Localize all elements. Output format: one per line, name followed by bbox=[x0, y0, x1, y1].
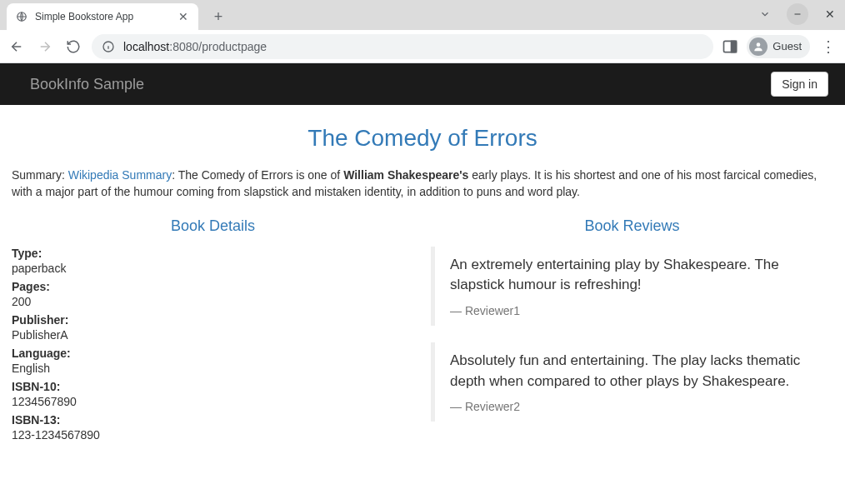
wikipedia-link[interactable]: Wikipedia Summary bbox=[68, 168, 172, 182]
detail-value: PublisherA bbox=[12, 328, 414, 342]
tab-title: Simple Bookstore App bbox=[35, 11, 170, 22]
svg-point-10 bbox=[757, 42, 761, 47]
address-bar[interactable]: localhost:8080/productpage bbox=[92, 34, 713, 59]
new-tab-button[interactable]: + bbox=[207, 5, 230, 28]
url-host: localhost bbox=[123, 40, 169, 53]
browser-tab-strip: Simple Bookstore App ✕ + ✕ bbox=[0, 0, 845, 30]
page-title: The Comedy of Errors bbox=[12, 125, 833, 152]
book-reviews-heading: Book Reviews bbox=[431, 217, 833, 235]
forward-button[interactable] bbox=[35, 37, 55, 57]
detail-value: paperback bbox=[12, 262, 414, 275]
minimize-button[interactable] bbox=[787, 3, 808, 25]
avatar-icon bbox=[749, 37, 768, 56]
close-icon[interactable]: ✕ bbox=[177, 10, 190, 23]
url-text: localhost:8080/productpage bbox=[123, 40, 267, 53]
globe-icon bbox=[15, 10, 28, 23]
window-close-button[interactable]: ✕ bbox=[820, 4, 840, 24]
review-item: Absolutely fun and entertaining. The pla… bbox=[431, 342, 833, 422]
detail-value: 1234567890 bbox=[12, 395, 414, 408]
detail-label: Publisher: bbox=[12, 313, 414, 327]
kebab-menu-icon[interactable]: ⋮ bbox=[818, 37, 838, 57]
reload-button[interactable] bbox=[63, 37, 83, 57]
svg-rect-9 bbox=[732, 41, 737, 52]
detail-label: ISBN-13: bbox=[12, 413, 414, 427]
app-navbar: BookInfo Sample Sign in bbox=[0, 63, 845, 105]
review-text: An extremely entertaining play by Shakes… bbox=[450, 255, 818, 296]
book-reviews-column: Book Reviews An extremely entertaining p… bbox=[431, 217, 833, 443]
detail-label: ISBN-10: bbox=[12, 380, 414, 393]
review-text: Absolutely fun and entertaining. The pla… bbox=[450, 351, 818, 392]
window-controls: ✕ bbox=[755, 3, 840, 25]
review-author: Reviewer1 bbox=[450, 304, 818, 317]
side-panel-icon[interactable] bbox=[722, 38, 738, 55]
summary-author: William Shakespeare's bbox=[343, 168, 468, 182]
brand-title[interactable]: BookInfo Sample bbox=[30, 76, 144, 93]
book-details-column: Book Details Type: paperback Pages: 200 … bbox=[12, 217, 414, 443]
detail-label: Pages: bbox=[12, 280, 414, 293]
product-summary: Summary: Wikipedia Summary: The Comedy o… bbox=[12, 167, 833, 201]
book-details-list: Type: paperback Pages: 200 Publisher: Pu… bbox=[12, 247, 414, 442]
book-details-heading: Book Details bbox=[12, 217, 414, 235]
summary-sep: : The Comedy of Errors is one of bbox=[172, 168, 343, 182]
review-item: An extremely entertaining play by Shakes… bbox=[431, 247, 833, 326]
review-author: Reviewer2 bbox=[450, 400, 818, 413]
back-button[interactable] bbox=[7, 37, 27, 57]
detail-value: 200 bbox=[12, 295, 414, 308]
summary-prefix: Summary: bbox=[12, 168, 68, 182]
profile-chip[interactable]: Guest bbox=[747, 35, 810, 58]
detail-value: 123-1234567890 bbox=[12, 428, 414, 442]
browser-toolbar: localhost:8080/productpage Guest ⋮ bbox=[0, 30, 845, 63]
chevron-down-icon[interactable] bbox=[755, 4, 775, 24]
detail-label: Language: bbox=[12, 347, 414, 360]
page-content: The Comedy of Errors Summary: Wikipedia … bbox=[0, 105, 845, 463]
detail-label: Type: bbox=[12, 247, 414, 260]
site-info-icon[interactable] bbox=[102, 40, 115, 53]
profile-label: Guest bbox=[772, 40, 802, 52]
detail-value: English bbox=[12, 362, 414, 375]
url-path: :8080/productpage bbox=[169, 40, 267, 53]
browser-tab[interactable]: Simple Bookstore App ✕ bbox=[7, 3, 198, 30]
sign-in-button[interactable]: Sign in bbox=[771, 72, 828, 97]
